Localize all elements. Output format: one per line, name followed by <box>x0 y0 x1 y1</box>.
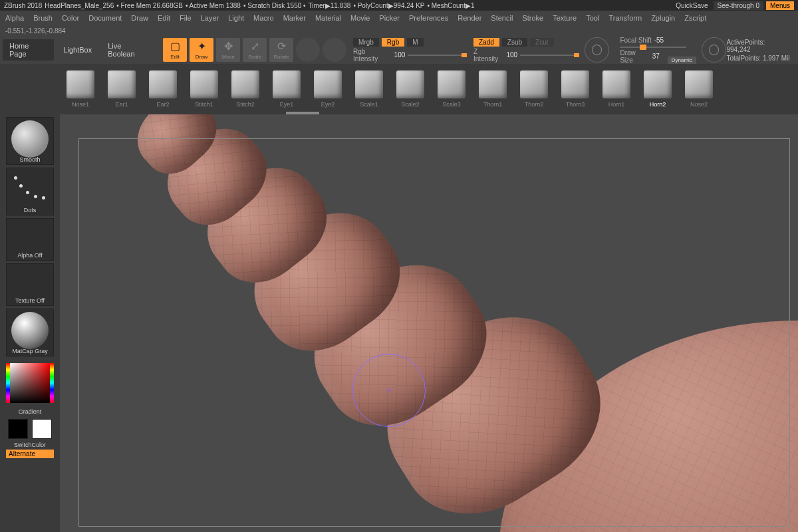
brush-chip-label: Scale2 <box>401 101 420 108</box>
see-through-slider[interactable]: See-through 0 <box>714 1 763 10</box>
menu-layer[interactable]: Layer <box>201 14 219 22</box>
secondary-color-swatch[interactable] <box>32 419 52 439</box>
menu-file[interactable]: File <box>180 14 192 22</box>
menu-document[interactable]: Document <box>88 14 122 22</box>
brush-chip-scale1[interactable]: Scale1 <box>355 70 383 108</box>
mrgb-button[interactable]: Mrgb <box>353 38 379 47</box>
gizmo-button-2[interactable] <box>323 38 346 62</box>
menu-color[interactable]: Color <box>62 14 79 22</box>
menu-marker[interactable]: Marker <box>283 14 306 22</box>
draw-size-icon[interactable] <box>702 37 727 63</box>
home-page-tab[interactable]: Home Page <box>3 39 54 61</box>
brush-chip-label: Nose2 <box>690 101 708 108</box>
menu-alpha[interactable]: Alpha <box>5 14 24 22</box>
edit-mode-button[interactable]: ▢Edit <box>163 38 187 62</box>
primary-color-swatch[interactable] <box>8 419 28 439</box>
menu-edit[interactable]: Edit <box>158 14 170 22</box>
lightbox-brush-strip[interactable]: Nose1Ear1Ear2Stitch1Stitch2Eye1Eye2Scale… <box>0 64 798 114</box>
menu-preferences[interactable]: Preferences <box>409 14 448 22</box>
rgb-button[interactable]: Rgb <box>382 38 404 47</box>
brush-thumb-icon <box>561 70 589 98</box>
menu-texture[interactable]: Texture <box>553 14 577 22</box>
lightbox-tab[interactable]: LightBox <box>57 43 98 57</box>
stroke-selector[interactable]: Dots <box>6 168 54 215</box>
menu-movie[interactable]: Movie <box>350 14 370 22</box>
move-mode-button[interactable]: ✥Move <box>216 38 240 62</box>
menu-render[interactable]: Render <box>458 14 481 22</box>
brush-chip-eye2[interactable]: Eye2 <box>314 70 342 108</box>
brush-thumb-icon <box>66 70 94 98</box>
menu-picker[interactable]: Picker <box>379 14 400 22</box>
material-selector[interactable]: MatCap Gray <box>6 309 54 356</box>
focal-shift-icon[interactable] <box>585 37 610 63</box>
rgb-intensity-value[interactable]: 100 <box>394 51 406 59</box>
focal-shift-slider[interactable] <box>620 47 686 48</box>
brush-chip-nose1[interactable]: Nose1 <box>66 70 94 108</box>
brush-chip-stitch1[interactable]: Stitch1 <box>190 70 218 108</box>
menu-transform[interactable]: Transform <box>608 14 642 22</box>
m-button[interactable]: M <box>407 38 423 47</box>
brush-chip-thorn1[interactable]: Thorn1 <box>479 70 507 108</box>
brush-chip-thorn3[interactable]: Thorn3 <box>561 70 589 108</box>
menu-zplugin[interactable]: Zplugin <box>651 14 675 22</box>
brush-chip-ear2[interactable]: Ear2 <box>149 70 177 108</box>
gizmo-button-1[interactable] <box>296 38 320 62</box>
brush-chip-horn2[interactable]: Horn2 <box>644 70 672 108</box>
menu-stroke[interactable]: Stroke <box>522 14 543 22</box>
app-title: ZBrush 2018 <box>4 2 42 9</box>
menus-button[interactable]: Menus <box>766 1 794 10</box>
brush-chip-scale3[interactable]: Scale3 <box>438 70 466 108</box>
zsub-button[interactable]: Zsub <box>502 38 527 47</box>
brush-chip-scale2[interactable]: Scale2 <box>396 70 424 108</box>
brush-chip-ear1[interactable]: Ear1 <box>108 70 136 108</box>
color-picker[interactable] <box>6 359 54 407</box>
poly-count: • PolyCount▶994.24 KP <box>353 2 424 9</box>
brush-chip-label: Ear1 <box>115 101 128 108</box>
z-intensity-label: Z Intensity <box>473 48 503 63</box>
rotate-mode-button[interactable]: ⟳Rotate <box>269 38 293 62</box>
brush-thumb-icon <box>108 70 136 98</box>
brush-selector[interactable]: Smooth <box>6 117 54 165</box>
brush-chip-label: Ear2 <box>156 101 169 108</box>
timer: Timer▶11.838 <box>309 2 351 9</box>
scratch-disk: • Scratch Disk 1550 • <box>243 2 306 9</box>
total-points: TotalPoints: 1.997 Mil <box>726 55 790 62</box>
brush-thumb-icon <box>685 70 713 98</box>
project-name: HeadPlanes_Male_256 <box>45 2 114 9</box>
menu-tool[interactable]: Tool <box>586 14 599 22</box>
quicksave-button[interactable]: QuickSave <box>676 2 708 9</box>
menu-draw[interactable]: Draw <box>131 14 148 22</box>
brush-chip-label: Horn1 <box>608 101 625 108</box>
gradient-label[interactable]: Gradient <box>19 408 42 415</box>
zadd-button[interactable]: Zadd <box>473 38 499 47</box>
rgb-intensity-slider[interactable] <box>408 55 467 56</box>
brush-chip-horn1[interactable]: Horn1 <box>602 70 630 108</box>
alternate-button[interactable]: Alternate <box>6 450 54 458</box>
scale-mode-button[interactable]: ⤢Scale <box>243 38 267 62</box>
menu-brush[interactable]: Brush <box>33 14 53 22</box>
draw-size-value[interactable]: 37 <box>652 53 660 60</box>
brush-chip-stitch2[interactable]: Stitch2 <box>231 70 259 108</box>
focal-shift-value[interactable]: -55 <box>654 37 664 44</box>
draw-mode-button[interactable]: ✦Draw <box>190 38 213 62</box>
alpha-selector[interactable]: Alpha Off <box>6 218 54 261</box>
menu-stencil[interactable]: Stencil <box>491 14 513 22</box>
menu-macro[interactable]: Macro <box>253 14 274 22</box>
texture-selector[interactable]: Texture Off <box>6 263 54 306</box>
brush-chip-nose2[interactable]: Nose2 <box>685 70 713 108</box>
brush-chip-thorn2[interactable]: Thorn2 <box>520 70 548 108</box>
brush-thumb-icon <box>190 70 218 98</box>
menu-zscript[interactable]: Zscript <box>684 14 706 22</box>
brush-chip-eye1[interactable]: Eye1 <box>273 70 301 108</box>
dynamic-toggle[interactable]: Dynamic <box>668 57 696 64</box>
menu-material[interactable]: Material <box>315 14 341 22</box>
brush-thumb-icon <box>479 70 507 98</box>
z-intensity-value[interactable]: 100 <box>507 51 518 59</box>
menu-light[interactable]: Light <box>228 14 244 22</box>
viewport-canvas[interactable] <box>60 114 798 532</box>
switch-color-button[interactable]: SwitchColor <box>14 442 46 448</box>
coord-readout: -0.551,-1.326,-0.884 <box>0 25 798 36</box>
zcut-button[interactable]: Zcut <box>530 38 553 47</box>
z-intensity-slider[interactable] <box>520 55 579 56</box>
live-boolean-tab[interactable]: Live Boolean <box>101 39 156 61</box>
